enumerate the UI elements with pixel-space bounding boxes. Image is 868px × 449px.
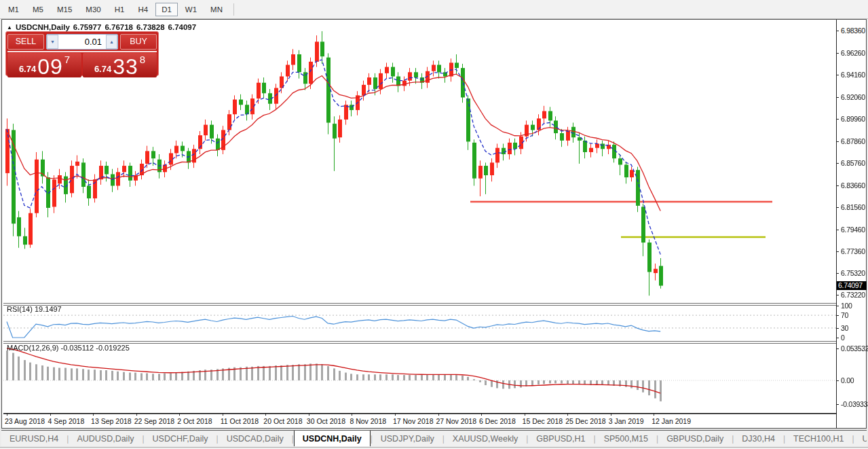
buy-price-base: 6.74 [94, 64, 111, 74]
rsi-scale-label: 70 [841, 311, 848, 319]
volume-input[interactable]: 0.01 [85, 37, 102, 47]
chart-tab[interactable]: UKOil,H1 [854, 431, 867, 446]
date-axis-tick [481, 414, 482, 416]
date-axis-tick [567, 414, 568, 416]
date-axis-label: 15 Dec 2018 [523, 417, 563, 425]
volume-increase-button[interactable]: ▲ [106, 35, 117, 49]
macd-scale-label: 0.053532 [841, 344, 868, 353]
date-axis-tick [395, 414, 396, 416]
axis-tick [836, 295, 839, 295]
axis-tick [836, 380, 839, 381]
chart-tab[interactable]: USDCNH,Daily [294, 430, 371, 446]
rsi-value: 19.1497 [35, 305, 62, 313]
chart-tab[interactable]: XAUUSD,Weekly [445, 431, 526, 446]
mt4-window: { "toolbar": { "timeframes": [ {"label":… [0, 0, 868, 449]
timeframe-button[interactable]: MN [204, 3, 229, 16]
date-axis-tick [50, 414, 51, 416]
date-axis-label: 25 Dec 2018 [565, 417, 606, 425]
axis-tick [836, 53, 839, 54]
price-axis-label: 6.89960 [841, 115, 865, 123]
price-axis-label: 6.85760 [841, 159, 865, 167]
chart-title: ▲ USDCNH,Daily 6.75977 6.76718 6.73828 6… [7, 23, 196, 31]
chart-symbol-label: USDCNH,Daily [16, 23, 70, 31]
axis-tick [836, 315, 839, 316]
axis-tick [836, 163, 839, 164]
rsi-scale-label: 30 [841, 324, 848, 332]
ohlc-low: 6.73828 [136, 23, 165, 31]
date-axis-tick [179, 414, 180, 416]
rsi-scale-label: 100 [841, 302, 852, 310]
date-axis-label: 8 Nov 2018 [350, 417, 386, 425]
axis-tick [836, 306, 839, 306]
current-price-tag: 6.74097 [837, 281, 867, 290]
axis-tick [836, 141, 839, 142]
price-chart-canvas[interactable] [3, 22, 837, 414]
date-axis-tick [7, 414, 7, 416]
date-axis-label: 27 Nov 2018 [436, 417, 477, 425]
date-axis-label: 11 Oct 2018 [221, 417, 259, 425]
price-axis-label: 6.79460 [841, 226, 865, 234]
date-axis-tick [223, 414, 223, 416]
buy-price-big: 33 [113, 57, 138, 76]
date-axis-tick [93, 414, 94, 416]
timeframe-button[interactable]: M5 [26, 3, 50, 16]
chart-tab[interactable]: DJ30,H4 [734, 431, 783, 446]
chart-tab[interactable]: USDCAD,Daily [219, 431, 292, 446]
rsi-scale-label: 0 [841, 334, 845, 342]
date-axis-label: 23 Aug 2018 [5, 417, 45, 425]
rsi-name: RSI(14) [7, 305, 33, 313]
date-axis-label: 22 Sep 2018 [134, 417, 175, 425]
price-axis-label: 6.87860 [841, 137, 865, 145]
one-click-trade-panel: SELL ▼ 0.01 ▲ BUY 6.74 09 7 6.74 33 8 [5, 31, 159, 76]
chart-tab[interactable]: EURUSD,H4 [1, 431, 67, 446]
buy-button[interactable]: BUY [120, 34, 157, 50]
macd-scale-label: 0.00 [841, 376, 854, 384]
date-axis-tick [611, 414, 611, 416]
collapse-panel-icon[interactable]: ▲ [7, 24, 12, 31]
sell-price-sup: 7 [64, 54, 70, 65]
timeframe-button[interactable]: M30 [79, 3, 107, 16]
price-axis-label: 6.96260 [841, 49, 865, 57]
buy-price-tile[interactable]: 6.74 33 8 [83, 53, 157, 77]
macd-name: MACD(12,26,9) [7, 344, 58, 352]
macd-header: MACD(12,26,9) -0.035112 -0.019225 [7, 344, 130, 352]
chart-tab[interactable]: SP500,M15 [596, 431, 656, 446]
chart-tab[interactable]: AUDUSD,Daily [69, 431, 142, 446]
timeframe-button[interactable]: M1 [2, 3, 25, 16]
sell-button[interactable]: SELL [7, 34, 44, 50]
chart-tab[interactable]: GBPUSD,Daily [658, 431, 732, 446]
price-axis-label: 6.75320 [841, 269, 865, 277]
chart-tab[interactable]: TECH100,H1 [785, 431, 852, 446]
axis-tick [836, 230, 839, 230]
price-axis-label: 6.94160 [841, 71, 865, 79]
timeframe-button[interactable]: D1 [155, 3, 178, 16]
toolbar-separator [233, 3, 234, 16]
volume-stepper: ▼ 0.01 ▲ [46, 34, 118, 50]
price-axis-label: 6.73220 [841, 291, 865, 299]
axis-tick [836, 273, 839, 274]
chart-tab[interactable]: USDJPY,Daily [373, 431, 442, 446]
date-axis-label: 3 Jan 2019 [609, 417, 644, 425]
sell-price-tile[interactable]: 6.74 09 7 [7, 53, 81, 77]
date-axis-label: 12 Jan 2019 [652, 417, 691, 425]
volume-decrease-button[interactable]: ▼ [47, 35, 58, 49]
date-axis-label: 2 Oct 2018 [177, 417, 212, 425]
axis-tick [836, 404, 839, 405]
timeframe-button[interactable]: M15 [51, 3, 78, 16]
axis-tick [836, 185, 839, 186]
chart-tab[interactable]: GBPUSD,H1 [528, 431, 593, 446]
timeframe-button[interactable]: W1 [179, 3, 203, 16]
date-axis-tick [525, 414, 525, 416]
macd-values: -0.035112 -0.019225 [60, 344, 129, 352]
chart-tab[interactable]: USDCHF,Daily [145, 431, 216, 446]
date-axis-label: 20 Oct 2018 [263, 417, 302, 425]
price-axis-divider [836, 20, 837, 428]
date-axis-label: 4 Sep 2018 [48, 417, 85, 425]
axis-tick [836, 207, 839, 208]
timeframe-button[interactable]: H4 [132, 3, 154, 16]
timeframe-button[interactable]: H1 [109, 3, 131, 16]
axis-tick [836, 31, 839, 31]
ohlc-close: 6.74097 [168, 23, 197, 31]
axis-tick [836, 75, 839, 75]
date-axis-label: 13 Sep 2018 [91, 417, 132, 425]
